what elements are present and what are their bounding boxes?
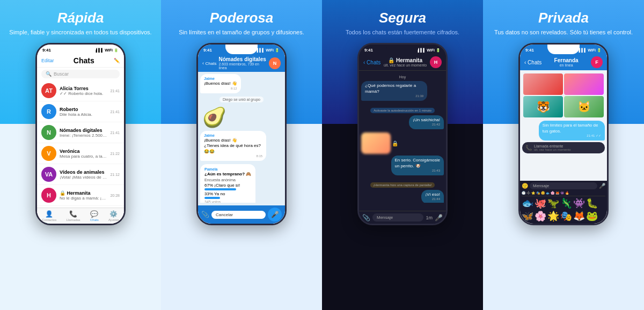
media-grid: 🐯 🐱 [522, 72, 605, 119]
time-4: 9:41 [525, 48, 534, 53]
media-thumb-3: 🐯 [523, 96, 563, 117]
emoji-icon[interactable]: 🙂 [522, 183, 528, 189]
avatar-veronica: V [41, 146, 56, 161]
edit-btn[interactable]: Editar [41, 58, 54, 63]
phone-3-screen: ‹ Chats 🔒 Hermanita últ. vez hace un mom… [359, 54, 446, 224]
phone-2-screen: ‹ Chats Nómades digitales 2.603 miembros… [198, 54, 285, 224]
settings-icon: ⚙️ [109, 210, 118, 218]
compose-btn[interactable]: ✏️ [114, 58, 120, 63]
auto-destruct-notice: Activaste la autodestrucción en 1 minuto [361, 104, 444, 114]
group-name: Nómades digitales [218, 56, 267, 62]
status-icons-1: ▌▌▌WiFi🔋 [96, 48, 119, 53]
time-1: 9:41 [42, 48, 51, 53]
group-header: ‹ Chats Nómades digitales 2.603 miembros… [198, 54, 285, 72]
sticker-category-row: 🕐 ➕ ⭐ 🎭 😊 🐟 🌸 🦊 👾 🔥 [522, 191, 605, 196]
call-icon: 📞 [525, 145, 532, 151]
avatar-3: H [430, 56, 442, 68]
poll-bubble: Pamela ¿Aún es temprano? 🙈 Encuesta anón… [200, 164, 255, 203]
sticker-alien[interactable]: 👾 [573, 197, 585, 209]
nav-llamadas[interactable]: 📞 Llamadas [67, 210, 80, 222]
back-btn-4[interactable]: ‹ Chats [524, 60, 541, 65]
group-info: Nómades digitales 2.603 miembros, 739 en… [218, 56, 267, 70]
mic-icon-3[interactable]: 🎤 [435, 214, 443, 222]
dark-header: ‹ Chats 🔒 Hermanita últ. vez hace un mom… [359, 54, 446, 71]
message-input-2[interactable]: Cancelar [211, 211, 266, 219]
bottom-nav: 👤 Contactos 📞 Llamadas 💬 Chats ⚙️ Ajuste… [37, 208, 124, 224]
dark-input-bar: 📎 Mensaje 1m 🎤 [359, 211, 446, 224]
day-divider: Hoy [361, 75, 444, 79]
chat-info-nomades: Nómades digitales Irene: ¡Tenemos 2.500 … [60, 128, 107, 138]
back-btn-3[interactable]: ‹ Chats [363, 60, 380, 65]
nav-ajustes[interactable]: ⚙️ Ajustes [108, 210, 119, 222]
sticker-mask[interactable]: 🎭 [560, 210, 572, 222]
sticker-fox[interactable]: 🦊 [573, 210, 585, 222]
panel-3-subtitle: Todos los chats están fuertemente cifrad… [340, 28, 465, 36]
back-btn-2[interactable]: ‹ Chats [202, 61, 216, 66]
sticker-lizard[interactable]: 🦎 [560, 197, 572, 209]
messages-area-4: 🐯 🐱 Sin límites para el tamaño de tus ga… [520, 70, 607, 186]
chats-title: Chats [54, 56, 114, 65]
contact-status-4: en línea [544, 63, 589, 67]
chat-item-veronica[interactable]: V Verónica Mesa para cuatro, a las 2. 21… [37, 143, 124, 164]
chat-item-videos[interactable]: VA Vídeos de animales ¡Vota! ¡Más vídeos… [37, 164, 124, 185]
cat-message-bubble: Sin límites para el tamaño de tus gatos.… [539, 121, 605, 141]
mic-icon-4[interactable]: 🎤 [599, 183, 605, 189]
avatar-videos: VA [41, 167, 56, 182]
media-thumb-1 [523, 73, 563, 95]
panel-2-title: Poderosa [210, 10, 274, 26]
status-icons-4: ▌▌▌WiFi🔋 [579, 48, 602, 53]
avatar-roberto: R [41, 104, 56, 119]
msg-buenos-dias-2: Jaime ¡Buenos días! 👋¿Tienes idea de qué… [200, 131, 266, 161]
msg-salchicha: ¡Un salchicha! 21:42 [409, 115, 444, 129]
contact-name-3: 🔒 Hermanita [383, 57, 428, 63]
panel-2-subtitle: Sin límites en el tamaño de grupos y dif… [173, 28, 310, 36]
mic-btn-2[interactable]: 🎤 [268, 208, 282, 222]
screenshot-notice: ¡Hermanita hizo una captura de pantalla! [361, 179, 444, 188]
nav-chats[interactable]: 💬 Chats [90, 210, 99, 222]
chat-info-roberto: Roberto Dile hola a Alicia. [60, 107, 107, 117]
contacts-icon: 👤 [45, 210, 53, 218]
attach-icon[interactable]: 📎 [201, 211, 209, 218]
msg-buenos-dias: Jaime ¡Buenos días! 👋 8:12 [200, 74, 241, 93]
sticker-butterfly[interactable]: 🦋 [522, 210, 533, 222]
media-thumb-2 [564, 73, 604, 95]
sticker-dino[interactable]: 🦖 [547, 197, 559, 209]
chat-info-videos: Vídeos de animales ¡Vota! ¡Más vídeos de… [60, 169, 107, 180]
search-bar[interactable]: 🔍 Buscar [41, 70, 120, 78]
search-icon: 🔍 [46, 71, 52, 77]
chat-item-nomades[interactable]: N Nómades digitales Irene: ¡Tenemos 2.50… [37, 122, 124, 143]
message-input-3[interactable]: Mensaje [372, 213, 423, 222]
sticker-octopus[interactable]: 🐙 [535, 197, 546, 209]
contact-name-4: Fernanda [544, 57, 589, 63]
msg-regalo: ¿Qué podemos regalarle a mamá? 21:39 [361, 81, 427, 101]
phone-3: 9:41 ▌▌▌WiFi🔋 ‹ Chats 🔒 Hermanita últ. v… [357, 43, 448, 225]
avatar-4: F [591, 56, 603, 68]
phone-2: 9:41 ▌▌▌WiFi🔋 ‹ Chats Nómades digitales … [196, 43, 287, 225]
group-info-4: Fernanda en línea [544, 57, 589, 67]
panel-segura: Segura Todos los chats están fuertemente… [322, 0, 483, 310]
nav-contactos[interactable]: 👤 Contactos [42, 210, 56, 222]
incoming-call: 📞 Llamada entrante últ. vez hace un mome… [522, 142, 605, 153]
chat-info-veronica: Verónica Mesa para cuatro, a las 2. [60, 149, 107, 159]
chat-info-alicia: Alicia Torres ✓✓ Roberto dice hola. [60, 86, 107, 96]
msg-vi-eso: ¡Ví eso! 21:44 [421, 190, 444, 203]
blurred-image [361, 132, 391, 154]
chat-item-roberto[interactable]: R Roberto Dile hola a Alicia. 21:41 [37, 101, 124, 122]
msg-cats: Sin límites para el tamaño de tus gatos.… [522, 121, 605, 142]
sticker-frog[interactable]: 🐸 [586, 210, 598, 222]
chat-info-hermanita: 🔒 Hermanita No le digas a mamá: ¡me cont… [60, 190, 107, 201]
chat-item-alicia[interactable]: AT Alicia Torres ✓✓ Roberto dice hola. 2… [37, 80, 124, 101]
sticker-flower[interactable]: 🌸 [535, 210, 546, 222]
sticker-caterpillar[interactable]: 🐛 [586, 197, 598, 209]
panel-1-subtitle: Simple, fiable y sincronizada en todos t… [4, 28, 157, 36]
phone-1-screen: Editar Chats ✏️ 🔍 Buscar AT Alicia Torre… [37, 54, 124, 224]
group-header-4: ‹ Chats Fernanda en línea F [520, 54, 607, 70]
sticker-star[interactable]: 🌟 [547, 210, 559, 222]
attach-icon-3[interactable]: 📎 [362, 214, 370, 222]
chat-item-hermanita[interactable]: H 🔒 Hermanita No le digas a mamá: ¡me co… [37, 185, 124, 206]
avatar-alicia: AT [41, 83, 56, 98]
blurred-content: 🔒 [361, 132, 444, 154]
dark-messages: Hoy ¿Qué podemos regalarle a mamá? 21:39… [359, 71, 446, 203]
sticker-fish[interactable]: 🐟 [522, 197, 533, 209]
message-input-4[interactable]: Mensaje [530, 182, 597, 189]
